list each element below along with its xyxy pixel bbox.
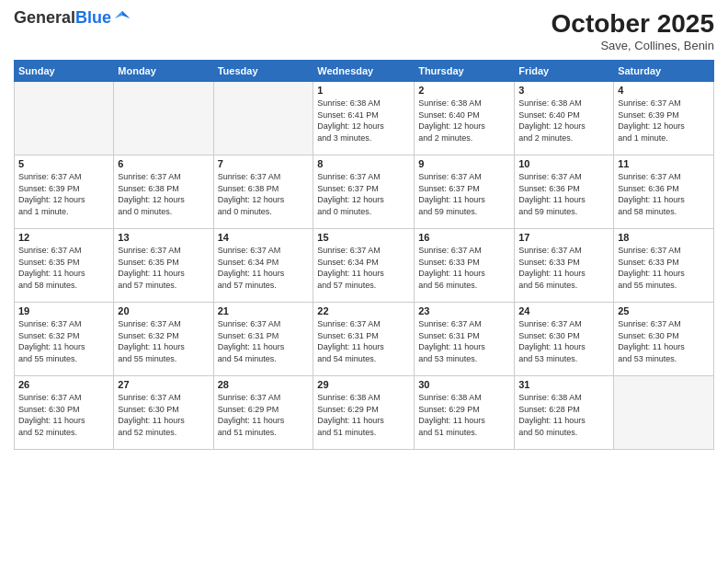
day-header-sunday: Sunday: [15, 61, 114, 82]
day-header-tuesday: Tuesday: [213, 61, 313, 82]
calendar-week-4: 19Sunrise: 6:37 AM Sunset: 6:32 PM Dayli…: [15, 303, 714, 376]
day-info: Sunrise: 6:37 AM Sunset: 6:29 PM Dayligh…: [218, 392, 310, 438]
day-number: 23: [418, 305, 510, 316]
day-number: 16: [418, 232, 510, 243]
day-info: Sunrise: 6:37 AM Sunset: 6:34 PM Dayligh…: [218, 245, 310, 291]
day-number: 1: [317, 85, 410, 96]
day-info: Sunrise: 6:37 AM Sunset: 6:30 PM Dayligh…: [618, 318, 710, 364]
calendar-cell: 1Sunrise: 6:38 AM Sunset: 6:41 PM Daylig…: [313, 82, 415, 155]
logo: GeneralBlue: [14, 9, 131, 28]
day-info: Sunrise: 6:37 AM Sunset: 6:36 PM Dayligh…: [618, 171, 710, 217]
day-info: Sunrise: 6:37 AM Sunset: 6:39 PM Dayligh…: [618, 98, 710, 144]
day-number: 7: [218, 158, 310, 169]
calendar-cell: 25Sunrise: 6:37 AM Sunset: 6:30 PM Dayli…: [614, 303, 714, 376]
day-number: 25: [618, 305, 710, 316]
calendar-cell: 27Sunrise: 6:37 AM Sunset: 6:30 PM Dayli…: [114, 376, 213, 450]
logo-text: GeneralBlue: [14, 9, 111, 28]
day-info: Sunrise: 6:37 AM Sunset: 6:34 PM Dayligh…: [317, 245, 410, 291]
calendar-cell: 18Sunrise: 6:37 AM Sunset: 6:33 PM Dayli…: [614, 229, 714, 303]
day-number: 12: [18, 232, 109, 243]
calendar-cell: 5Sunrise: 6:37 AM Sunset: 6:39 PM Daylig…: [15, 155, 114, 229]
logo-icon: [113, 9, 131, 28]
day-number: 3: [518, 85, 609, 96]
day-info: Sunrise: 6:38 AM Sunset: 6:29 PM Dayligh…: [418, 392, 510, 438]
day-number: 22: [317, 305, 410, 316]
calendar-cell: 22Sunrise: 6:37 AM Sunset: 6:31 PM Dayli…: [313, 303, 415, 376]
day-number: 10: [518, 158, 609, 169]
day-number: 5: [18, 158, 109, 169]
calendar-cell: 2Sunrise: 6:38 AM Sunset: 6:40 PM Daylig…: [415, 82, 515, 155]
calendar-cell: 16Sunrise: 6:37 AM Sunset: 6:33 PM Dayli…: [415, 229, 515, 303]
calendar-cell: [114, 82, 213, 155]
day-number: 9: [418, 158, 510, 169]
day-number: 28: [218, 379, 310, 390]
calendar-cell: 7Sunrise: 6:37 AM Sunset: 6:38 PM Daylig…: [213, 155, 313, 229]
calendar-cell: 17Sunrise: 6:37 AM Sunset: 6:33 PM Dayli…: [515, 229, 614, 303]
day-number: 21: [218, 305, 310, 316]
calendar-cell: 19Sunrise: 6:37 AM Sunset: 6:32 PM Dayli…: [15, 303, 114, 376]
calendar-cell: 12Sunrise: 6:37 AM Sunset: 6:35 PM Dayli…: [15, 229, 114, 303]
day-info: Sunrise: 6:37 AM Sunset: 6:37 PM Dayligh…: [418, 171, 510, 217]
day-info: Sunrise: 6:37 AM Sunset: 6:38 PM Dayligh…: [118, 171, 209, 217]
calendar-cell: 3Sunrise: 6:38 AM Sunset: 6:40 PM Daylig…: [515, 82, 614, 155]
day-header-wednesday: Wednesday: [313, 61, 415, 82]
title-area: October 2025 Save, Collines, Benin: [552, 9, 714, 52]
day-info: Sunrise: 6:37 AM Sunset: 6:33 PM Dayligh…: [418, 245, 510, 291]
page: GeneralBlue October 2025 Save, Collines,…: [0, 0, 728, 563]
calendar-cell: 24Sunrise: 6:37 AM Sunset: 6:30 PM Dayli…: [515, 303, 614, 376]
day-number: 4: [618, 85, 710, 96]
calendar-cell: 10Sunrise: 6:37 AM Sunset: 6:36 PM Dayli…: [515, 155, 614, 229]
day-header-friday: Friday: [515, 61, 614, 82]
calendar-cell: 23Sunrise: 6:37 AM Sunset: 6:31 PM Dayli…: [415, 303, 515, 376]
day-number: 15: [317, 232, 410, 243]
day-info: Sunrise: 6:37 AM Sunset: 6:33 PM Dayligh…: [618, 245, 710, 291]
day-number: 20: [118, 305, 209, 316]
day-number: 27: [118, 379, 209, 390]
calendar-week-1: 1Sunrise: 6:38 AM Sunset: 6:41 PM Daylig…: [15, 82, 714, 155]
day-header-saturday: Saturday: [614, 61, 714, 82]
day-number: 18: [618, 232, 710, 243]
logo-general: General: [14, 8, 75, 27]
calendar-cell: 4Sunrise: 6:37 AM Sunset: 6:39 PM Daylig…: [614, 82, 714, 155]
day-info: Sunrise: 6:37 AM Sunset: 6:35 PM Dayligh…: [118, 245, 209, 291]
day-number: 11: [618, 158, 710, 169]
day-number: 6: [118, 158, 209, 169]
day-info: Sunrise: 6:37 AM Sunset: 6:31 PM Dayligh…: [317, 318, 410, 364]
location: Save, Collines, Benin: [552, 39, 714, 52]
calendar-week-2: 5Sunrise: 6:37 AM Sunset: 6:39 PM Daylig…: [15, 155, 714, 229]
calendar-cell: 28Sunrise: 6:37 AM Sunset: 6:29 PM Dayli…: [213, 376, 313, 450]
day-info: Sunrise: 6:37 AM Sunset: 6:30 PM Dayligh…: [18, 392, 109, 438]
day-info: Sunrise: 6:38 AM Sunset: 6:41 PM Dayligh…: [317, 98, 410, 144]
day-info: Sunrise: 6:37 AM Sunset: 6:31 PM Dayligh…: [418, 318, 510, 364]
calendar-table: SundayMondayTuesdayWednesdayThursdayFrid…: [14, 60, 714, 450]
calendar-cell: 8Sunrise: 6:37 AM Sunset: 6:37 PM Daylig…: [313, 155, 415, 229]
calendar-cell: [15, 82, 114, 155]
day-info: Sunrise: 6:37 AM Sunset: 6:35 PM Dayligh…: [18, 245, 109, 291]
day-info: Sunrise: 6:38 AM Sunset: 6:40 PM Dayligh…: [518, 98, 609, 144]
calendar-week-5: 26Sunrise: 6:37 AM Sunset: 6:30 PM Dayli…: [15, 376, 714, 450]
day-header-monday: Monday: [114, 61, 213, 82]
calendar-cell: 15Sunrise: 6:37 AM Sunset: 6:34 PM Dayli…: [313, 229, 415, 303]
day-number: 17: [518, 232, 609, 243]
day-number: 19: [18, 305, 109, 316]
calendar-cell: 13Sunrise: 6:37 AM Sunset: 6:35 PM Dayli…: [114, 229, 213, 303]
day-number: 30: [418, 379, 510, 390]
header: GeneralBlue October 2025 Save, Collines,…: [14, 9, 714, 52]
month-title: October 2025: [552, 9, 714, 39]
logo-blue: Blue: [75, 8, 111, 27]
day-number: 14: [218, 232, 310, 243]
day-info: Sunrise: 6:37 AM Sunset: 6:37 PM Dayligh…: [317, 171, 410, 217]
day-number: 31: [518, 379, 609, 390]
calendar-cell: 30Sunrise: 6:38 AM Sunset: 6:29 PM Dayli…: [415, 376, 515, 450]
day-info: Sunrise: 6:38 AM Sunset: 6:40 PM Dayligh…: [418, 98, 510, 144]
day-info: Sunrise: 6:37 AM Sunset: 6:30 PM Dayligh…: [118, 392, 209, 438]
day-info: Sunrise: 6:37 AM Sunset: 6:38 PM Dayligh…: [218, 171, 310, 217]
day-info: Sunrise: 6:37 AM Sunset: 6:31 PM Dayligh…: [218, 318, 310, 364]
day-info: Sunrise: 6:37 AM Sunset: 6:32 PM Dayligh…: [118, 318, 209, 364]
day-number: 2: [418, 85, 510, 96]
day-number: 29: [317, 379, 410, 390]
day-number: 8: [317, 158, 410, 169]
day-number: 13: [118, 232, 209, 243]
calendar-cell: 29Sunrise: 6:38 AM Sunset: 6:29 PM Dayli…: [313, 376, 415, 450]
calendar-cell: 21Sunrise: 6:37 AM Sunset: 6:31 PM Dayli…: [213, 303, 313, 376]
